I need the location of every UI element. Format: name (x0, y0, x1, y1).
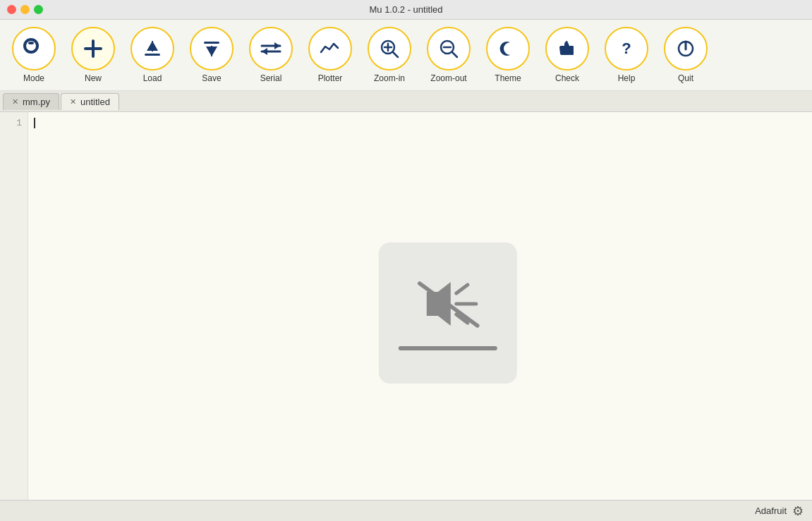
minimize-button[interactable] (20, 5, 30, 14)
gear-icon[interactable]: ⚙ (792, 503, 804, 519)
plotter-icon (317, 35, 344, 62)
window-title: Mu 1.0.2 - untitled (369, 4, 442, 15)
help-icon: ? (613, 35, 640, 62)
quit-button[interactable]: Quit (658, 24, 714, 86)
plotter-button[interactable]: Plotter (302, 24, 358, 86)
zoom-out-button[interactable]: Zoom-out (420, 24, 477, 86)
quit-icon-circle (664, 27, 708, 71)
close-button[interactable] (7, 5, 16, 14)
editor-area: 1 (0, 112, 812, 500)
mute-icon (412, 276, 483, 332)
svg-line-21 (452, 52, 457, 57)
zoom-in-icon-circle (368, 27, 411, 71)
status-label: Adafruit (755, 505, 787, 516)
serial-button[interactable]: Serial (243, 24, 299, 86)
mode-icon-circle (12, 27, 56, 71)
help-label: Help (618, 73, 636, 83)
help-button[interactable]: ? Help (598, 24, 655, 86)
zoom-in-label: Zoom-in (374, 73, 405, 83)
load-icon-circle (131, 27, 174, 71)
svg-rect-5 (145, 54, 160, 56)
save-icon-circle (190, 27, 234, 71)
line-numbers: 1 (0, 112, 28, 500)
status-bar: Adafruit ⚙ (0, 500, 812, 521)
svg-text:?: ? (622, 39, 631, 57)
save-icon (198, 35, 225, 62)
new-icon-circle (71, 27, 115, 71)
theme-icon-circle (486, 27, 530, 71)
title-bar: Mu 1.0.2 - untitled (0, 0, 812, 20)
svg-marker-12 (274, 42, 280, 49)
svg-point-2 (28, 42, 34, 44)
theme-button[interactable]: Theme (480, 24, 536, 86)
text-cursor (34, 118, 35, 128)
mode-button[interactable]: Mode (6, 24, 62, 86)
svg-rect-22 (569, 46, 574, 55)
svg-marker-14 (262, 48, 267, 55)
tab-mm-py[interactable]: ✕ mm.py (3, 93, 59, 110)
window-controls[interactable] (7, 5, 43, 14)
zoom-in-icon (376, 35, 403, 62)
serial-icon-circle (249, 27, 293, 71)
mute-progress-bar (398, 346, 497, 350)
tab-untitled-close[interactable]: ✕ (70, 98, 76, 106)
svg-rect-8 (204, 42, 219, 44)
load-icon (139, 35, 166, 62)
save-button[interactable]: Save (183, 24, 240, 86)
check-label: Check (555, 73, 579, 83)
load-label: Load (143, 73, 162, 83)
serial-icon (257, 35, 284, 62)
svg-line-27 (456, 285, 467, 293)
tab-mm-py-label: mm.py (23, 97, 50, 107)
toolbar: Mode New Load (0, 20, 812, 91)
check-icon-circle (545, 27, 589, 71)
quit-icon (672, 35, 699, 62)
maximize-button[interactable] (34, 5, 43, 14)
line-number: 1 (6, 118, 22, 128)
tab-untitled-label: untitled (80, 97, 110, 107)
theme-icon (495, 35, 521, 62)
new-label: New (85, 73, 102, 83)
plotter-icon-circle (308, 27, 352, 71)
tab-mm-py-close[interactable]: ✕ (12, 98, 18, 106)
save-label: Save (202, 73, 221, 83)
mode-icon (21, 36, 47, 61)
zoom-in-button[interactable]: Zoom-in (361, 24, 418, 86)
mute-svg (412, 278, 483, 331)
check-icon (554, 35, 581, 62)
zoom-out-icon (435, 35, 462, 62)
zoom-out-label: Zoom-out (430, 73, 466, 83)
quit-label: Quit (678, 73, 693, 83)
svg-line-18 (393, 52, 398, 57)
theme-label: Theme (495, 73, 521, 83)
plotter-label: Plotter (318, 73, 343, 83)
help-icon-circle: ? (605, 27, 648, 71)
tab-untitled[interactable]: ✕ untitled (61, 93, 119, 110)
check-button[interactable]: Check (539, 24, 595, 86)
new-button[interactable]: New (65, 24, 121, 86)
tab-bar: ✕ mm.py ✕ untitled (0, 91, 812, 112)
mute-overlay (378, 243, 516, 384)
new-icon (80, 35, 107, 62)
serial-label: Serial (260, 73, 282, 83)
mute-box (378, 243, 516, 384)
mode-label: Mode (23, 73, 44, 83)
load-button[interactable]: Load (124, 24, 181, 86)
zoom-out-icon-circle (427, 27, 471, 71)
